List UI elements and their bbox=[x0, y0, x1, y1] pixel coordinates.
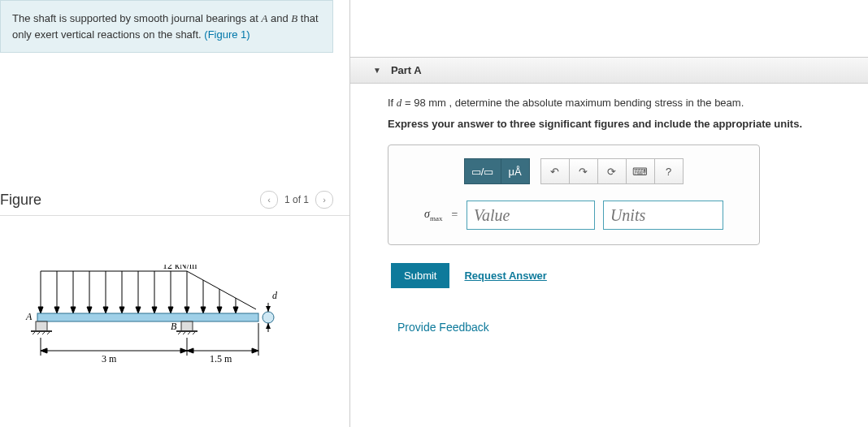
svg-rect-29 bbox=[36, 321, 47, 331]
svg-text:A: A bbox=[25, 311, 33, 322]
provide-feedback-link[interactable]: Provide Feedback bbox=[397, 321, 844, 334]
collapse-caret-icon: ▼ bbox=[373, 66, 381, 75]
templates-button[interactable]: ▭/▭ bbox=[464, 158, 501, 184]
figure-next-button[interactable]: › bbox=[315, 191, 333, 209]
svg-marker-53 bbox=[187, 348, 193, 353]
svg-marker-27 bbox=[233, 307, 238, 313]
undo-button[interactable]: ↶ bbox=[540, 158, 570, 184]
figure-diagram: 12 kN/m A B d 3 m 1.5 m bbox=[0, 216, 349, 373]
svg-marker-43 bbox=[266, 306, 271, 312]
reset-button[interactable]: ⟳ bbox=[597, 158, 627, 184]
svg-text:1.5 m: 1.5 m bbox=[210, 353, 232, 364]
svg-text:d: d bbox=[272, 290, 278, 301]
svg-marker-45 bbox=[266, 323, 271, 329]
question-text: If d = 98 mm , determine the absolute ma… bbox=[388, 97, 844, 110]
svg-marker-50 bbox=[41, 348, 47, 353]
question-instruction: Express your answer to three significant… bbox=[388, 118, 844, 130]
help-button[interactable]: ? bbox=[654, 158, 684, 184]
part-header[interactable]: ▼ Part A bbox=[350, 57, 868, 84]
answer-toolbar: ▭/▭ μÅ ↶ ↷ ⟳ ⌨ ? bbox=[403, 158, 744, 184]
svg-text:12 kN/m: 12 kN/m bbox=[163, 265, 197, 271]
figure-pager: ‹ 1 of 1 › bbox=[260, 191, 333, 209]
keyboard-button[interactable]: ⌨ bbox=[626, 158, 655, 184]
svg-marker-21 bbox=[184, 307, 189, 313]
value-input[interactable] bbox=[467, 201, 595, 230]
redo-button[interactable]: ↷ bbox=[569, 158, 598, 184]
svg-marker-25 bbox=[217, 307, 222, 313]
svg-marker-9 bbox=[87, 307, 92, 313]
svg-marker-7 bbox=[71, 307, 76, 313]
figure-link[interactable]: (Figure 1) bbox=[204, 28, 250, 41]
answer-box: ▭/▭ μÅ ↶ ↷ ⟳ ⌨ ? σmax = bbox=[388, 144, 760, 245]
svg-point-41 bbox=[263, 312, 274, 323]
submit-button[interactable]: Submit bbox=[391, 263, 449, 288]
svg-marker-19 bbox=[168, 307, 173, 313]
special-chars-button[interactable]: μÅ bbox=[501, 158, 530, 184]
svg-marker-17 bbox=[152, 307, 157, 313]
figure-heading: Figure bbox=[0, 192, 41, 209]
svg-marker-54 bbox=[252, 348, 258, 353]
figure-prev-button[interactable]: ‹ bbox=[260, 191, 278, 209]
svg-rect-28 bbox=[37, 313, 258, 321]
svg-marker-15 bbox=[136, 307, 141, 313]
request-answer-link[interactable]: Request Answer bbox=[464, 270, 546, 282]
equals-label: = bbox=[450, 209, 458, 222]
units-input[interactable] bbox=[603, 201, 723, 230]
intro-text: The shaft is supported by smooth journal… bbox=[12, 12, 261, 24]
svg-marker-3 bbox=[38, 307, 43, 313]
intro-text: and bbox=[267, 12, 291, 24]
answer-variable-label: σmax bbox=[424, 208, 442, 222]
svg-text:3 m: 3 m bbox=[102, 353, 117, 364]
svg-rect-35 bbox=[181, 321, 193, 331]
svg-marker-11 bbox=[103, 307, 108, 313]
svg-marker-13 bbox=[119, 307, 124, 313]
svg-marker-5 bbox=[54, 307, 59, 313]
svg-text:B: B bbox=[171, 321, 177, 332]
svg-line-1 bbox=[187, 271, 256, 309]
part-title: Part A bbox=[391, 64, 422, 76]
problem-intro: The shaft is supported by smooth journal… bbox=[0, 0, 333, 53]
figure-page-indicator: 1 of 1 bbox=[284, 194, 309, 205]
svg-marker-23 bbox=[201, 307, 206, 313]
